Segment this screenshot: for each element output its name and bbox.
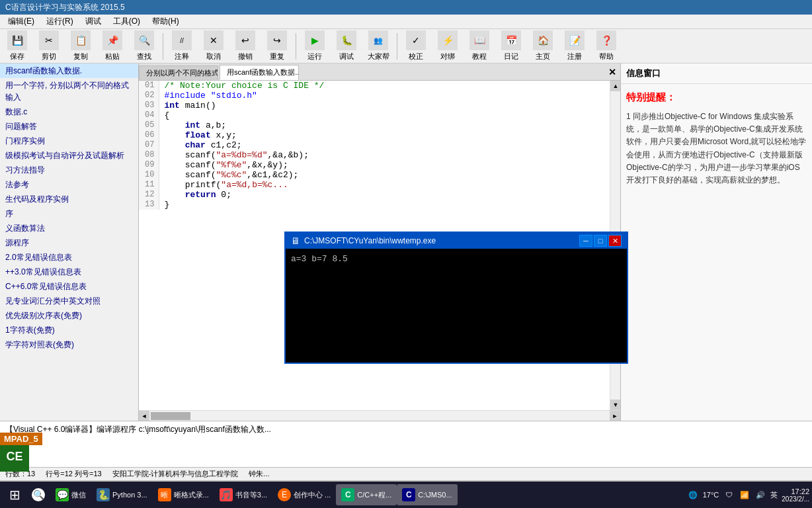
sidebar-item-0[interactable]: 用scanf函数输入数据.	[0, 64, 138, 78]
jmsoft-icon: C	[402, 488, 415, 501]
title-bar: C语言设计学习与实验系统 2015.5	[0, 0, 812, 15]
paste-icon: 📌	[102, 30, 122, 50]
btn-undo[interactable]: ↩ 撤销	[231, 29, 260, 63]
cmd-close[interactable]: ✕	[608, 235, 622, 247]
sound-icon[interactable]: 🔊	[754, 489, 766, 501]
scroll-left-arrow[interactable]: ◄	[139, 411, 149, 421]
sidebar-item-13[interactable]: ++3.0常见错误信息表	[0, 265, 138, 279]
line-num-06: 06	[139, 130, 159, 140]
code-line-08: 08 scanf("a=%db=%d",&a,&b);	[139, 150, 610, 160]
h-scrollbar[interactable]: ◄ ►	[139, 410, 620, 421]
sidebar-item-7[interactable]: 法参考	[0, 177, 138, 192]
community-icon: 👥	[368, 30, 388, 50]
btn-cancel[interactable]: ✕ 取消	[199, 29, 228, 63]
menu-debug[interactable]: 调试	[80, 15, 106, 28]
btn-tutorial[interactable]: 📖 教程	[465, 29, 494, 63]
line-num-08: 08	[139, 150, 159, 160]
taskbar-music[interactable]: 🎵 书音等3...	[214, 484, 272, 505]
sidebar-item-6[interactable]: 习方法指导	[0, 163, 138, 177]
code-line-13: 13 }	[139, 200, 610, 210]
taskbar-wechat[interactable]: 💬 微信	[50, 484, 91, 505]
wifi-icon[interactable]: 📶	[739, 489, 751, 501]
lang-display: 英	[770, 490, 778, 500]
sidebar-item-9[interactable]: 序	[0, 206, 138, 221]
taskbar-edge[interactable]: E 创作中心 ...	[272, 484, 336, 505]
taskbar-cpp[interactable]: C C/C++程...	[336, 484, 397, 505]
sidebar-item-2[interactable]: 数据.c	[0, 105, 138, 119]
status-school: 安阳工学院-计算机科学与信息工程学院	[112, 469, 239, 479]
compile-output: 【Visual C++ 6.0编译器】编译源程序 c:\jmsoft\cyuya…	[0, 421, 812, 467]
sidebar-item-18[interactable]: 学字符对照表(免费)	[0, 337, 138, 352]
antivirus-icon[interactable]: 🛡	[723, 489, 735, 501]
taskbar-python[interactable]: 🐍 Python 3...	[91, 484, 153, 505]
menu-help[interactable]: 帮助(H)	[147, 15, 184, 28]
tab-1[interactable]: 用scanf函数输入数据...	[220, 65, 299, 80]
cmd-minimize[interactable]: ─	[579, 235, 592, 247]
code-line-09: 09 scanf("%f%e",&x,&y);	[139, 160, 610, 170]
correct-icon: ✓	[406, 30, 426, 50]
tab-close-button[interactable]: ✕	[604, 65, 620, 79]
code-line-04: 04 {	[139, 110, 610, 120]
menu-tools[interactable]: 工具(O)	[108, 15, 145, 28]
cut-icon: ✂	[39, 30, 59, 50]
btn-paste[interactable]: 📌 粘贴	[98, 29, 127, 63]
sidebar-item-16[interactable]: 优先级别次序表(免费)	[0, 308, 138, 323]
code-line-12: 12 return 0;	[139, 190, 610, 200]
menu-run[interactable]: 运行(R)	[41, 15, 79, 28]
line-content-02: #include "stdio.h"	[159, 91, 610, 101]
btn-redo[interactable]: ↪ 重复	[263, 29, 292, 63]
btn-home[interactable]: 🏠 主页	[528, 29, 557, 63]
sidebar-item-3[interactable]: 问题解答	[0, 119, 138, 134]
sidebar-item-12[interactable]: 2.0常见错误信息表	[0, 250, 138, 265]
scroll-up-arrow[interactable]: ▲	[610, 81, 620, 91]
sidebar-item-14[interactable]: C++6.0常见错误信息表	[0, 279, 138, 294]
btn-help[interactable]: ❓ 帮助	[592, 29, 621, 63]
app-title: C语言设计学习与实验系统 2015.5	[5, 2, 125, 13]
btn-debug[interactable]: 🐛 调试	[332, 29, 361, 63]
sidebar-item-4[interactable]: 门程序实例	[0, 134, 138, 148]
register-icon: 📝	[565, 30, 585, 50]
btn-correct[interactable]: ✓ 校正	[401, 29, 430, 63]
cmd-output: a=3 b=7 8.5	[286, 249, 627, 362]
btn-community[interactable]: 👥 大家帮	[364, 29, 393, 63]
scroll-down-arrow[interactable]: ▼	[610, 400, 620, 410]
sidebar-item-1[interactable]: 用一个字符, 分别以两个不同的格式输入	[0, 78, 138, 105]
sidebar-item-15[interactable]: 见专业词汇分类中英文对照	[0, 294, 138, 308]
line-num-10: 10	[139, 170, 159, 180]
menu-edit[interactable]: 编辑(E)	[3, 15, 40, 28]
btn-find[interactable]: 🔍 查找	[130, 29, 159, 63]
sidebar-item-10[interactable]: 义函数算法	[0, 221, 138, 235]
btn-copy[interactable]: 📋 复制	[66, 29, 95, 63]
btn-save[interactable]: 💾 保存	[3, 29, 32, 63]
btn-comment[interactable]: // 注释	[167, 29, 196, 63]
taskbar-search[interactable]: 🔍	[26, 484, 50, 505]
start-button[interactable]: ⊞	[3, 484, 26, 505]
btn-run[interactable]: ▶ 运行	[300, 29, 329, 63]
code-line-01: 01 /* Note:Your choice is C IDE */	[139, 81, 610, 91]
cmd-maximize[interactable]: □	[594, 235, 607, 247]
scroll-thumb[interactable]	[151, 412, 190, 420]
search-icon: 🔍	[32, 488, 45, 501]
network-icon[interactable]: 🌐	[687, 489, 699, 501]
tab-0[interactable]: 分别以两个不同的格式输...	[139, 65, 218, 80]
btn-register[interactable]: 📝 注册	[560, 29, 589, 63]
btn-cut[interactable]: ✂ 剪切	[34, 29, 63, 63]
btn-diary[interactable]: 📅 日记	[497, 29, 526, 63]
wechat-icon: 💬	[56, 488, 69, 501]
sidebar-item-17[interactable]: 1字符表(免费)	[0, 323, 138, 337]
scroll-right-arrow[interactable]: ►	[610, 411, 620, 421]
comment-icon: //	[172, 30, 192, 50]
line-content-07: char c1,c2;	[159, 140, 610, 150]
time-display: 17:22	[791, 487, 809, 495]
line-content-01: /* Note:Your choice is C IDE */	[159, 81, 610, 91]
code-line-06: 06 float x,y;	[139, 130, 610, 140]
toolbar: 💾 保存 ✂ 剪切 📋 复制 📌 粘贴 🔍 查找 // 注释 ✕ 取消 ↩ 撤销…	[0, 29, 812, 64]
taskbar-jmsoft[interactable]: C C:\JMS0...	[397, 484, 457, 505]
taskbar-formatter[interactable]: 晰 晰格式录...	[153, 484, 214, 505]
btn-pair[interactable]: ⚡ 对绑	[433, 29, 462, 63]
line-content-04: {	[159, 110, 610, 120]
sidebar-item-8[interactable]: 生代码及程序实例	[0, 192, 138, 206]
sidebar-item-11[interactable]: 源程序	[0, 235, 138, 250]
sidebar-item-5[interactable]: 级模拟考试与自动评分及试题解析	[0, 148, 138, 163]
line-content-03: int main()	[159, 101, 610, 110]
